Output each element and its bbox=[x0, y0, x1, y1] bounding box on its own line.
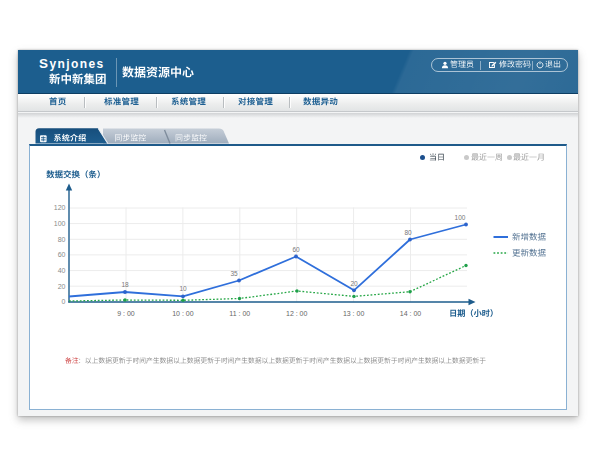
svg-text:60: 60 bbox=[292, 246, 300, 253]
svg-text:12 : 00: 12 : 00 bbox=[286, 310, 308, 317]
svg-text:10: 10 bbox=[179, 285, 187, 292]
svg-text:9 : 00: 9 : 00 bbox=[117, 310, 135, 317]
svg-text:0: 0 bbox=[62, 298, 66, 305]
svg-text:40: 40 bbox=[58, 267, 66, 274]
svg-text:35: 35 bbox=[230, 270, 238, 277]
svg-text:20: 20 bbox=[350, 280, 358, 287]
svg-text:10 : 00: 10 : 00 bbox=[172, 310, 194, 317]
svg-text:14 : 00: 14 : 00 bbox=[400, 310, 422, 317]
svg-text:80: 80 bbox=[404, 229, 412, 236]
svg-text:60: 60 bbox=[58, 251, 66, 258]
svg-text:18: 18 bbox=[121, 281, 129, 288]
svg-text:20: 20 bbox=[58, 283, 66, 290]
svg-text:13 : 00: 13 : 00 bbox=[343, 310, 365, 317]
svg-text:100: 100 bbox=[455, 214, 466, 221]
svg-text:80: 80 bbox=[58, 236, 66, 243]
svg-text:120: 120 bbox=[54, 204, 66, 211]
svg-text:11 : 00: 11 : 00 bbox=[229, 310, 250, 317]
svg-text:100: 100 bbox=[54, 220, 66, 227]
